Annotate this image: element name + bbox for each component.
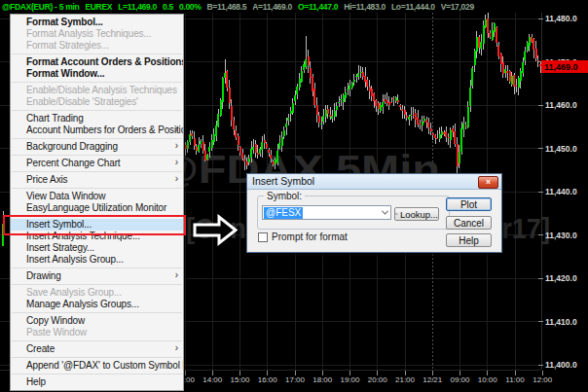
candle <box>241 153 243 159</box>
candle <box>537 60 539 61</box>
insert-symbol-dialog: Insert Symbol × Symbol: @FESX Lookup... … <box>246 173 502 253</box>
title-segment: Hi=11,483.0 <box>344 2 386 12</box>
candle <box>465 125 467 126</box>
candle <box>533 39 534 50</box>
candle <box>231 106 233 121</box>
prompt-format-checkbox[interactable]: Prompt for format <box>258 232 348 242</box>
price-axis-label: 11,400.0 <box>545 360 577 370</box>
help-button[interactable]: Help <box>446 233 492 247</box>
candle <box>401 109 403 112</box>
candle <box>355 76 357 77</box>
candle <box>327 109 329 114</box>
menu-item-format-window[interactable]: Format Window... <box>11 68 183 80</box>
menu-separator <box>12 340 182 341</box>
menu-separator <box>12 284 182 285</box>
menu-item-format-account-orders-positions[interactable]: Format Account Orders & Positions... <box>11 56 183 68</box>
title-segment: @FDAX(EUR) - 5 min <box>2 2 79 12</box>
menu-item-view-data-window[interactable]: View Data Window <box>11 191 183 202</box>
candle <box>261 142 263 150</box>
candle <box>343 95 345 102</box>
menu-item-insert-strategy[interactable]: Insert Strategy... <box>11 242 183 254</box>
menu-item-create[interactable]: Create› <box>11 343 183 355</box>
menu-item-percent-change-chart[interactable]: Percent Change Chart› <box>11 158 183 169</box>
candle <box>229 88 231 103</box>
candle <box>349 86 350 89</box>
candle <box>338 102 340 103</box>
candle <box>382 102 384 107</box>
menu-item-enable-disable-strategies: Enable/Disable 'Strategies' <box>11 96 183 108</box>
title-segment: V=17,029 <box>441 2 474 12</box>
candle <box>450 130 452 140</box>
candle <box>215 125 217 135</box>
menu-item-account-numbers-for-orders-position[interactable]: Account Numbers for Orders & Position› <box>11 125 183 136</box>
candle <box>406 116 408 118</box>
close-button[interactable]: × <box>478 176 498 189</box>
candle <box>189 134 191 142</box>
candle <box>506 71 508 73</box>
menu-item-format-symbol[interactable]: Format Symbol... <box>11 17 183 28</box>
candle <box>283 130 285 136</box>
candle <box>384 99 386 102</box>
menu-item-format-strategies: Format Strategies... <box>11 40 183 52</box>
candle <box>369 87 371 91</box>
candle <box>285 124 287 127</box>
candle <box>313 89 315 105</box>
candle <box>353 80 355 83</box>
menu-item-help[interactable]: Help <box>11 376 183 388</box>
candle <box>454 131 456 144</box>
candle <box>487 18 489 33</box>
lookup-label: Lookup... <box>400 209 438 220</box>
checkbox-box[interactable] <box>258 232 268 242</box>
time-axis-label: 17:00 <box>285 375 306 384</box>
menu-separator <box>12 155 182 156</box>
price-axis-label: 11,420.0 <box>545 273 577 283</box>
chevron-down-icon[interactable] <box>379 206 390 219</box>
menu-item-insert-analysis-group[interactable]: Insert Analysis Group... <box>11 254 183 266</box>
candle <box>235 130 237 137</box>
candle <box>255 144 257 153</box>
price-axis-label: 11,460.0 <box>545 100 577 110</box>
candle <box>502 62 504 74</box>
candle <box>198 145 200 152</box>
menu-item-drawing[interactable]: Drawing› <box>11 270 183 282</box>
candle <box>290 111 292 114</box>
candle <box>415 113 417 120</box>
title-segment: L=11,469.0 <box>118 2 157 12</box>
candle <box>362 72 364 76</box>
candle <box>395 97 397 101</box>
candle <box>425 120 427 123</box>
candle <box>312 77 313 91</box>
candle <box>316 105 318 115</box>
candle <box>483 25 485 44</box>
candle <box>248 159 250 163</box>
submenu-arrow-icon: › <box>175 174 178 185</box>
lookup-button[interactable]: Lookup... <box>394 207 439 221</box>
menu-item-manage-analysis-groups[interactable]: Manage Analysis Groups... <box>11 299 183 310</box>
menu-item-append-fdax-to-custom-symbol-list[interactable]: Append '@FDAX' to Custom Symbol List... <box>11 360 183 372</box>
candle <box>515 86 517 87</box>
menu-item-easylanguage-utilization-monitor[interactable]: EasyLanguage Utilization Monitor <box>11 202 183 214</box>
dialog-titlebar[interactable]: Insert Symbol × <box>247 174 501 190</box>
menu-item-copy-window[interactable]: Copy Window <box>11 315 183 327</box>
candle <box>364 76 366 82</box>
cancel-button[interactable]: Cancel <box>446 216 492 230</box>
candle <box>471 68 473 85</box>
menu-separator <box>12 188 182 189</box>
candle <box>462 124 464 129</box>
candle <box>270 155 272 159</box>
menu-separator <box>12 267 182 268</box>
symbol-input-value[interactable]: @FESX <box>264 207 303 219</box>
plot-button[interactable]: Plot <box>446 197 492 211</box>
menu-separator <box>12 312 182 313</box>
candle <box>439 134 441 138</box>
symbol-combobox[interactable]: @FESX <box>262 205 391 220</box>
menu-item-background-dragging[interactable]: Background Dragging› <box>11 141 183 153</box>
candle <box>399 105 401 107</box>
candle <box>392 98 394 99</box>
chart-window-title: @FDAX(EUR) - 5 minEUREXL=11,469.00.50.00… <box>0 0 588 13</box>
candle <box>320 124 322 125</box>
menu-item-price-axis[interactable]: Price Axis› <box>11 174 183 186</box>
candle <box>467 107 469 127</box>
candle <box>303 64 305 71</box>
menu-item-chart-trading[interactable]: Chart Trading <box>11 113 183 125</box>
